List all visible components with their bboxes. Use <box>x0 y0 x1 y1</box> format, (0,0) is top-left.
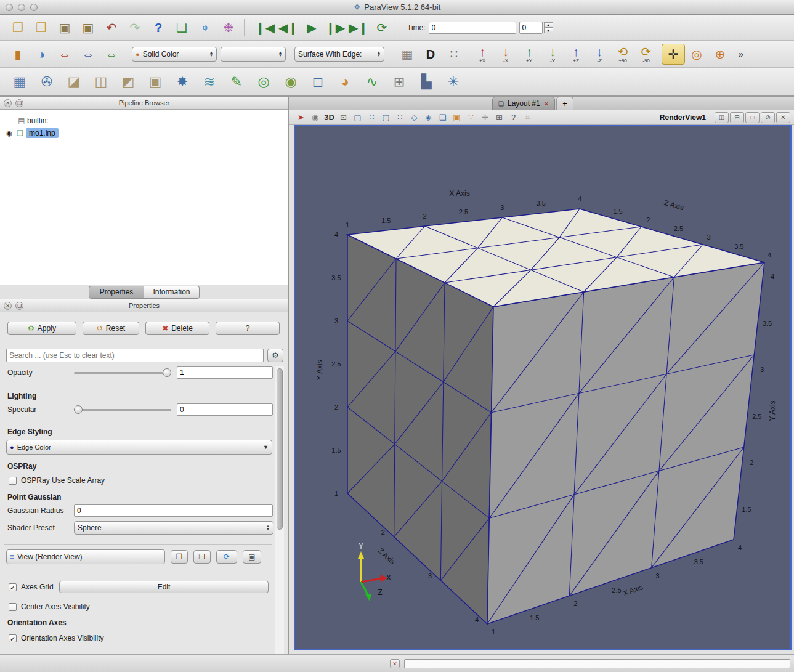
undo-button[interactable]: ↶ <box>100 17 123 38</box>
properties-scrollbar[interactable] <box>275 366 284 654</box>
rescale-to-custom-range-button[interactable]: ⇔ <box>76 44 100 65</box>
close-view-button[interactable]: ✕ <box>776 112 790 123</box>
zoom-to-box-button[interactable]: ⊞ <box>492 111 506 124</box>
color-array-combobox[interactable]: ▲▼ <box>221 47 286 62</box>
load-state-button[interactable]: ▣ <box>76 17 100 38</box>
tab-information[interactable]: Information <box>144 286 200 299</box>
select-surface-cells-button[interactable]: ▢ <box>350 111 365 124</box>
rescale-to-data-range-button[interactable]: ⇔ <box>53 44 76 65</box>
frame-up-button[interactable]: ▲ <box>544 22 553 28</box>
select-cells-on-button[interactable]: ◻ <box>304 70 331 94</box>
threshold-button[interactable]: ◩ <box>115 70 142 94</box>
extract-subset-button[interactable]: ▣ <box>142 70 169 94</box>
new-layout-tab-button[interactable]: + <box>556 97 573 110</box>
render-view-name[interactable]: RenderView1 <box>660 113 706 122</box>
contour-button[interactable]: ≋ <box>196 70 223 94</box>
interactive-select-button[interactable]: ◕ <box>331 70 359 94</box>
reset-button[interactable]: ↺Reset <box>83 322 139 335</box>
set-view-plus-y-button[interactable]: ↑+Y <box>517 44 541 65</box>
shader-preset-combobox[interactable]: Sphere ▲▼ <box>74 521 273 535</box>
adjust-camera-button[interactable]: ⊡ <box>336 111 350 124</box>
interactive-select-points-button[interactable]: ∵ <box>464 111 478 124</box>
glyph-button[interactable]: ✸ <box>169 70 196 94</box>
axes-grid-checkbox[interactable]: ✓ <box>9 583 17 591</box>
set-view-plus-z-button[interactable]: ↑+Z <box>564 44 588 65</box>
previous-frame-button[interactable]: ◀❙ <box>277 17 300 38</box>
interactive-select-cells-button[interactable]: ▣ <box>450 111 464 124</box>
frame-down-button[interactable]: ▼ <box>544 28 553 33</box>
probe-location-button[interactable]: ⊞ <box>386 70 413 94</box>
plot-over-line-button[interactable]: ∿ <box>359 70 386 94</box>
ospray-scale-checkbox[interactable] <box>9 477 17 485</box>
axes-grid-edit-button[interactable]: Edit <box>59 581 269 593</box>
camera-link-button[interactable]: ⌗ <box>521 111 535 124</box>
last-frame-button[interactable]: ▶❙ <box>347 17 370 38</box>
selection-inspector-button[interactable]: ⌖ <box>193 17 217 38</box>
delete-button[interactable]: ✖Delete <box>145 322 209 335</box>
gaussian-radius-input[interactable] <box>74 504 273 517</box>
save-view-defaults-button[interactable]: ▣ <box>243 550 261 564</box>
rescale-to-visible-range-button[interactable]: ⇔ <box>100 44 123 65</box>
pipeline-item-source[interactable]: ◉ ❑ mo1.inp <box>0 127 288 139</box>
tab-layout-1[interactable]: ❏ Layout #1 ✕ <box>492 97 555 110</box>
render-viewport[interactable]: 11.522.533.54X Axis1.522.533.54Z Axis43.… <box>294 125 792 650</box>
abort-progress-button[interactable]: ✕ <box>390 659 400 668</box>
reset-center-button[interactable]: ◎ <box>685 44 708 65</box>
group-datasets-button[interactable]: ◎ <box>250 70 277 94</box>
zoom-window-button[interactable] <box>30 4 38 11</box>
frame-input[interactable] <box>519 22 543 34</box>
set-view-minus-x-button[interactable]: ↓-X <box>494 44 517 65</box>
tab-properties[interactable]: Properties <box>89 286 144 299</box>
set-view-minus-y-button[interactable]: ↓-Y <box>541 44 564 65</box>
opacity-slider-thumb[interactable] <box>163 368 171 377</box>
minimize-window-button[interactable] <box>18 4 25 11</box>
extract-group-button[interactable]: ◉ <box>277 70 304 94</box>
maximize-view-button[interactable]: □ <box>745 112 760 123</box>
next-frame-button[interactable]: ❙▶ <box>323 17 347 38</box>
paste-view-button[interactable]: ❒ <box>193 550 211 564</box>
capture-screenshot-button[interactable]: ❏ <box>170 17 193 38</box>
calculator-button[interactable]: ✇ <box>33 70 60 94</box>
temporal-interpolator-button[interactable]: ✳ <box>440 70 467 94</box>
properties-help-button[interactable]: ? <box>216 322 280 335</box>
toggle-color-legend-button[interactable]: ▮ <box>6 44 30 65</box>
select-frustum-cells-button[interactable]: ▢ <box>379 111 393 124</box>
edit-color-legend-button[interactable]: D <box>419 44 442 65</box>
view-selector-combobox[interactable]: ≡ View (Render View) <box>6 549 165 564</box>
spreadsheet-view-button[interactable]: ▦ <box>6 70 33 94</box>
properties-scrollbar-thumb[interactable] <box>277 368 283 530</box>
camera-mode-button[interactable]: ◉ <box>308 111 322 124</box>
show-whole-scene-button[interactable]: ▦ <box>395 44 419 65</box>
set-view-minus-z-button[interactable]: ↓-Z <box>588 44 611 65</box>
pipeline-item-builtin[interactable]: ▤ builtin: <box>0 115 288 127</box>
split-vertical-button[interactable]: ⊟ <box>730 112 744 123</box>
render-view-help-button[interactable]: ? <box>506 111 521 124</box>
color-by-combobox[interactable]: ● Solid Color ▲▼ <box>132 47 217 62</box>
save-data-button[interactable]: ❒ <box>30 17 53 38</box>
open-file-button[interactable]: ❒ <box>6 17 30 38</box>
representation-combobox[interactable]: Surface With Edge: ▲▼ <box>294 47 384 62</box>
reload-view-button[interactable]: ⟳ <box>216 550 237 564</box>
redo-button[interactable]: ↷ <box>123 17 147 38</box>
edit-color-map-button[interactable]: ◑ <box>30 44 53 65</box>
copy-view-button[interactable]: ❐ <box>171 550 188 564</box>
close-window-button[interactable] <box>6 4 13 11</box>
specular-slider-thumb[interactable] <box>74 405 83 414</box>
detach-view-button[interactable]: ⊘ <box>761 112 775 123</box>
pick-center-button[interactable]: ✛ <box>662 44 685 65</box>
play-button[interactable]: ▶ <box>300 17 323 38</box>
select-surface-points-button[interactable]: ∷ <box>365 111 379 124</box>
select-polygon-cells-button[interactable]: ◇ <box>407 111 421 124</box>
opacity-input[interactable] <box>177 366 273 379</box>
apply-button[interactable]: ⚙Apply <box>7 322 76 335</box>
edge-color-combobox[interactable]: ● Edge Color ▼ <box>6 440 272 455</box>
toolbar-overflow-button[interactable]: » <box>734 44 748 65</box>
orientation-axes-visibility-checkbox[interactable]: ✓ <box>9 634 17 642</box>
visibility-eye-icon[interactable]: ◉ <box>4 129 15 137</box>
select-block-button[interactable]: ❑ <box>435 111 450 124</box>
opacity-slider[interactable] <box>74 368 171 378</box>
clip-button[interactable]: ◪ <box>60 70 87 94</box>
color-palette-button[interactable]: ❉ <box>217 17 240 38</box>
toggle-3d-button[interactable]: 3D <box>322 111 336 124</box>
set-view-plus-x-button[interactable]: ↑+X <box>471 44 494 65</box>
